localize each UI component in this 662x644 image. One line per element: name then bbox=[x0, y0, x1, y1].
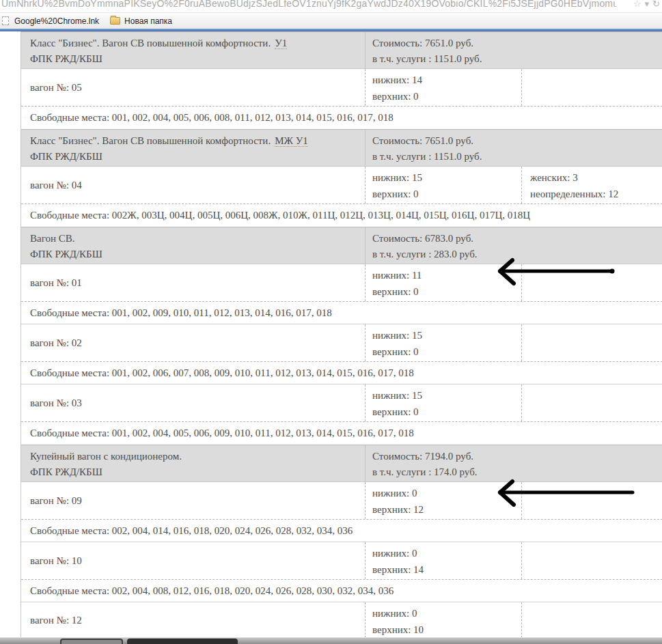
upper-berths: верхних: 0 bbox=[372, 88, 521, 104]
upper-berths: верхних: 0 bbox=[372, 283, 521, 300]
free-seats-row: Свободные места: 001, 002, 004, 005, 006… bbox=[21, 422, 662, 445]
lower-berths: нижних: 14 bbox=[372, 72, 521, 88]
upper-berths: верхних: 10 bbox=[372, 621, 521, 638]
operator-label: ФПК РЖД/КБШ bbox=[30, 51, 365, 67]
services-label: в т.ч. услуги : 174.0 руб. bbox=[372, 464, 662, 480]
taskbar bbox=[0, 637, 662, 644]
lower-berths: нижних: 0 bbox=[372, 605, 521, 621]
free-seats-row: Свободные места: 001, 002, 004, 005, 006… bbox=[21, 107, 662, 129]
wagon-number: вагон №: 04 bbox=[21, 167, 365, 204]
price-label: Стоимость: 6783.0 руб. bbox=[372, 231, 662, 247]
class-code-abbr: У1 bbox=[275, 38, 287, 49]
free-seats-row: Свободные места: 002, 004, 014, 016, 018… bbox=[21, 520, 662, 542]
bookmark-item-chrome-lnk[interactable]: Google%20Chrome.lnk bbox=[2, 16, 99, 26]
bookmark-star-icon[interactable]: ☆ bbox=[633, 0, 642, 9]
wagon-availability-table: Класс "Бизнес". Вагон СВ повышенной комф… bbox=[20, 31, 662, 639]
bookmark-folder-novaya-papka[interactable]: Новая папка bbox=[110, 16, 172, 26]
lower-berths: нижних: 11 bbox=[372, 267, 521, 283]
browser-window: { "browser": { "url": "UmNhrkU%2BvmDoYmm… bbox=[0, 0, 662, 644]
chevron-down-icon[interactable]: ▾ bbox=[645, 0, 650, 9]
reload-icon[interactable]: ↻ bbox=[652, 0, 660, 9]
services-label: в т.ч. услуги : 283.0 руб. bbox=[372, 247, 662, 262]
wagon-row: вагон №: 03 нижних: 15 верхних: 0 bbox=[21, 384, 662, 422]
taskbar-button[interactable] bbox=[127, 639, 238, 644]
operator-label: ФПК РЖД/КБШ bbox=[30, 247, 365, 262]
wagon-number: вагон №: 03 bbox=[21, 384, 365, 421]
page-content: Класс "Бизнес". Вагон СВ повышенной комф… bbox=[0, 31, 662, 639]
wagon-row: вагон №: 05 нижних: 14 верхних: 0 bbox=[21, 69, 662, 107]
free-seats-row: Свободные места: 002, 004, 008, 012, 016… bbox=[21, 580, 662, 602]
bookmarks-bar: Google%20Chrome.lnk Новая папка bbox=[0, 13, 662, 29]
lower-berths: нижних: 0 bbox=[372, 485, 521, 501]
bookmark-label: Google%20Chrome.lnk bbox=[14, 16, 99, 26]
wagon-row: вагон №: 04 нижних: 15 верхних: 0 женски… bbox=[21, 167, 662, 204]
free-seats-row: Свободные места: 001, 002, 009, 010, 011… bbox=[21, 302, 662, 324]
class-title: Класс "Бизнес". Вагон СВ повышенной комф… bbox=[30, 133, 365, 149]
class-title: Вагон СВ. bbox=[30, 231, 365, 247]
price-label: Стоимость: 7651.0 руб. bbox=[372, 36, 662, 51]
wagon-row: вагон №: 10 нижних: 0 верхних: 14 bbox=[21, 542, 662, 580]
wagon-number: вагон №: 09 bbox=[21, 482, 365, 519]
upper-berths: верхних: 0 bbox=[372, 186, 521, 202]
url-text[interactable]: UmNhrkU%2BvmDoYmmnaPIKSeyO%2F0ruABewoBUd… bbox=[1, 0, 616, 9]
taskbar-button[interactable] bbox=[60, 639, 123, 644]
services-label: в т.ч. услуги : 1151.0 руб. bbox=[372, 149, 662, 165]
upper-berths: верхних: 0 bbox=[372, 404, 521, 420]
upper-berths: верхних: 12 bbox=[372, 501, 521, 518]
lower-berths: нижних: 0 bbox=[372, 545, 521, 561]
class-title: Класс "Бизнес". Вагон СВ повышенной комф… bbox=[30, 36, 365, 51]
omnibox-icons: ☆ ▾ ↻ bbox=[633, 0, 660, 9]
wagon-number: вагон №: 05 bbox=[21, 69, 365, 106]
lower-berths: нижних: 15 bbox=[372, 169, 521, 186]
wagon-number: вагон №: 10 bbox=[21, 542, 365, 579]
folder-icon bbox=[110, 17, 120, 25]
services-label: в т.ч. услуги : 1151.0 руб. bbox=[372, 51, 662, 67]
wagon-row: вагон №: 12 нижних: 0 верхних: 10 bbox=[21, 602, 662, 639]
operator-label: ФПК РЖД/КБШ bbox=[30, 464, 365, 480]
upper-berths: верхних: 0 bbox=[372, 344, 521, 360]
wagon-row: вагон №: 01 нижних: 11 верхних: 0 bbox=[21, 264, 662, 302]
wagon-class-block: Купейный вагон с кондиционером. ФПК РЖД/… bbox=[21, 445, 662, 639]
wagon-number: вагон №: 02 bbox=[21, 324, 365, 361]
lower-berths: нижних: 15 bbox=[372, 387, 521, 404]
page-icon bbox=[2, 16, 9, 25]
wagon-class-block: Класс "Бизнес". Вагон СВ повышенной комф… bbox=[21, 31, 662, 129]
undefined-seats: неопределенных: 12 bbox=[530, 186, 662, 202]
class-header-row: Вагон СВ. ФПК РЖД/КБШ Стоимость: 6783.0 … bbox=[21, 227, 662, 264]
price-label: Стоимость: 7194.0 руб. bbox=[372, 449, 662, 464]
free-seats-row: Свободные места: 001, 002, 006, 007, 008… bbox=[21, 362, 662, 384]
wagon-class-block: Класс "Бизнес". Вагон СВ повышенной комф… bbox=[21, 129, 662, 227]
class-header-row: Класс "Бизнес". Вагон СВ повышенной комф… bbox=[21, 129, 662, 167]
wagon-number: вагон №: 01 bbox=[21, 264, 365, 301]
class-title: Купейный вагон с кондиционером. bbox=[30, 449, 365, 464]
class-header-row: Купейный вагон с кондиционером. ФПК РЖД/… bbox=[21, 445, 662, 482]
wagon-class-block: Вагон СВ. ФПК РЖД/КБШ Стоимость: 6783.0 … bbox=[21, 227, 662, 445]
upper-berths: верхних: 14 bbox=[372, 561, 521, 578]
class-header-row: Класс "Бизнес". Вагон СВ повышенной комф… bbox=[21, 31, 662, 69]
free-seats-row: Свободные места: 002Ж, 003Ц, 004Ц, 005Ц,… bbox=[21, 204, 662, 227]
lower-berths: нижних: 15 bbox=[372, 327, 521, 344]
wagon-row: вагон №: 09 нижних: 0 верхних: 12 bbox=[21, 482, 662, 520]
price-label: Стоимость: 7651.0 руб. bbox=[372, 133, 662, 149]
address-bar[interactable]: UmNhrkU%2BvmDoYmmnaPIKSeyO%2F0ruABewoBUd… bbox=[0, 0, 662, 13]
class-code-abbr: МЖ У1 bbox=[275, 135, 308, 147]
wagon-number: вагон №: 12 bbox=[21, 602, 365, 638]
wagon-row: вагон №: 02 нижних: 15 верхних: 0 bbox=[21, 324, 662, 362]
bookmark-label: Новая папка bbox=[124, 16, 172, 26]
female-seats: женских: 3 bbox=[530, 169, 662, 186]
operator-label: ФПК РЖД/КБШ bbox=[30, 149, 365, 165]
